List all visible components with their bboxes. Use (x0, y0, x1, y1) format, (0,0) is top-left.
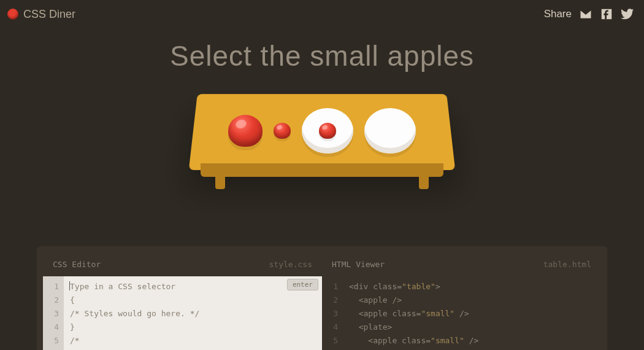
apple-small[interactable] (274, 123, 291, 139)
html-line: </plate> (349, 348, 595, 350)
css-code[interactable]: enter Type in a CSS selector { /* Styles… (64, 276, 322, 350)
html-line: <plate> (349, 321, 595, 334)
apple-small-on-plate[interactable] (319, 123, 336, 139)
share-group: Share (544, 7, 634, 21)
apple-large[interactable] (228, 115, 263, 147)
html-viewer-pane: HTML Viewer table.html 123456 <div class… (322, 252, 601, 350)
level-title: Select the small apples (0, 39, 644, 72)
share-label: Share (544, 8, 572, 20)
css-editor-filename: style.css (269, 260, 312, 269)
html-code: <div class="table"> <apple /> <apple cla… (343, 276, 601, 350)
html-line: <div class="table"> (349, 280, 595, 294)
css-editor-title: CSS Editor (53, 260, 101, 269)
html-viewer-body: 123456 <div class="table"> <apple /> <ap… (322, 276, 601, 350)
html-line: <apple class="small" /> (349, 334, 595, 348)
table-edge (201, 163, 443, 177)
css-line: { (70, 294, 316, 307)
facebook-icon[interactable] (600, 7, 613, 21)
plate-with-apple[interactable] (302, 108, 353, 154)
logo-text: CSS Diner (23, 8, 75, 21)
html-line: <apple class="small" /> (349, 307, 595, 321)
html-viewer-filename: table.html (543, 260, 591, 269)
css-input[interactable]: Type in a CSS selector (70, 280, 316, 294)
table-leg-left (215, 176, 225, 189)
editor-panels: CSS Editor style.css 123456 enter Type i… (37, 246, 607, 350)
html-viewer-header: HTML Viewer table.html (322, 252, 601, 276)
html-gutter: 123456 (322, 276, 343, 350)
table-items (193, 108, 451, 154)
css-editor-header: CSS Editor style.css (43, 252, 322, 276)
css-line: /* Styles would go here. */ (70, 307, 316, 321)
game-table (193, 91, 451, 195)
css-line: /* (70, 334, 316, 348)
twitter-icon[interactable] (621, 7, 634, 21)
css-gutter: 123456 (43, 276, 64, 350)
plate-empty[interactable] (364, 108, 416, 154)
css-line: } (70, 321, 316, 334)
html-viewer-title: HTML Viewer (332, 260, 385, 269)
logo[interactable]: CSS Diner (7, 8, 75, 21)
css-editor-pane: CSS Editor style.css 123456 enter Type i… (43, 252, 322, 350)
css-editor-body[interactable]: 123456 enter Type in a CSS selector { /*… (43, 276, 322, 350)
email-icon[interactable] (579, 7, 592, 21)
logo-icon (7, 9, 18, 20)
table-leg-right (419, 176, 429, 189)
header: CSS Diner Share (0, 0, 644, 21)
html-line: <apple /> (349, 294, 595, 307)
